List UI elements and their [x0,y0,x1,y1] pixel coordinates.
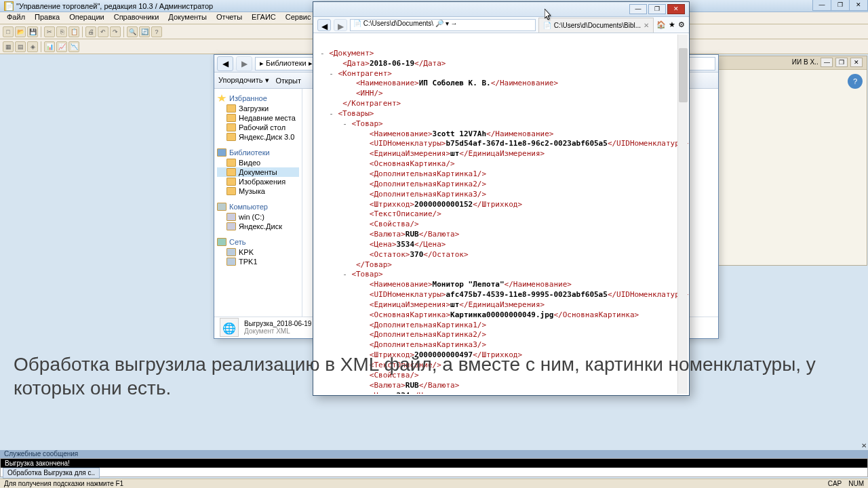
tb2-icon[interactable]: ▤ [15,41,26,52]
folder-icon [226,114,236,122]
scroll-thumb[interactable] [679,48,688,102]
ie-tab[interactable]: 📄C:\Users\d\Documents\Bibl...✕ [538,18,654,33]
tb2-icon[interactable]: ▦ [3,41,14,52]
ie-maximize-button[interactable]: ❐ [648,4,666,14]
app-icon: 📄 [4,1,14,11]
library-icon [217,148,226,157]
tb2-icon[interactable]: ◈ [27,41,38,52]
tb2-icon[interactable]: 📈 [56,41,67,52]
statusbar: Для получения подсказки нажмите F1 CAP N… [0,479,868,488]
doc-minimize-icon[interactable]: — [821,58,833,67]
menu-refs[interactable]: Справочники [110,12,163,24]
open-button[interactable]: Открыт [276,77,301,85]
xml-file-icon: 🌐 [220,318,239,337]
back-button[interactable]: ◀ [217,56,233,71]
xml-content: - <Документ> <Дата>2018-06-19</Дата> - <… [313,33,689,394]
computer-icon [217,203,226,211]
folder-icon [226,123,236,131]
tb-help-icon[interactable]: ? [151,26,162,37]
folder-icon [226,159,236,167]
tb-copy-icon[interactable]: ⎘ [56,26,67,37]
menu-reports[interactable]: Отчеты [212,12,246,24]
tb-new-icon[interactable]: □ [3,26,14,37]
app-title: "Управление торговлей", редакция 10.3 / … [16,2,213,10]
status-num: NUM [848,480,864,487]
folder-icon [226,187,236,195]
tb-paste-icon[interactable]: 📋 [68,26,79,37]
doc-close-icon[interactable]: ✕ [850,58,863,67]
file-icon: 📄 [353,20,361,27]
pc-icon [226,248,236,256]
minimize-button[interactable]: — [812,0,831,11]
tree-item-recent[interactable]: Недавние места [217,113,299,123]
svc-close-icon[interactable]: ✕ [861,442,867,449]
tree-network[interactable]: Сеть [217,237,299,247]
service-message: Выгрузка закончена! [1,459,867,468]
menu-docs[interactable]: Документы [164,12,211,24]
tb-open-icon[interactable]: 📂 [15,26,26,37]
tb-undo-icon[interactable]: ↶ [98,26,108,37]
pc-icon [226,258,236,266]
menu-egais[interactable]: ЕГАИС [248,12,280,24]
tree-favorites[interactable]: Избранное [217,93,299,104]
tab-close-icon[interactable]: ✕ [644,22,649,29]
tb-save-icon[interactable]: 💾 [27,26,38,37]
tree-item-c-drive[interactable]: win (C:) [217,212,299,222]
tree-item-yadisk[interactable]: Яндекс.Диск 3.0 [217,132,299,142]
forward-button[interactable]: ▶ [236,56,252,71]
ie-close-button[interactable]: ✕ [667,4,685,14]
ie-fav-icon[interactable]: ★ [669,20,675,29]
tree-item-video[interactable]: Видео [217,158,299,167]
network-icon [217,238,226,246]
tree-item-documents[interactable]: Документы [217,167,299,177]
doc-stub-title: ИИ В Х.. [792,58,818,66]
explorer-tree: Избранное Загрузки Недавние места Рабочи… [214,89,302,317]
ie-address-bar[interactable]: 📄 C:\Users\d\Documents\ 🔎 ▾ → [350,19,536,31]
tree-item-kpk[interactable]: KPK [217,247,299,257]
menu-service[interactable]: Сервис [281,12,315,24]
drive-icon [226,222,236,230]
menu-file[interactable]: Файл [3,12,29,24]
ie-scrollbar[interactable] [677,35,688,394]
ie-gear-icon[interactable]: ⚙ [678,20,685,29]
service-messages-panel: Выгрузка закончена! [0,458,868,477]
caption-text: Обработка выгрузила реализацию в XML фай… [14,352,854,400]
tb-refresh-icon[interactable]: 🔄 [139,26,150,37]
tb-find-icon[interactable]: 🔍 [127,26,138,37]
tb-print-icon[interactable]: 🖨 [85,26,96,37]
ie-minimize-button[interactable]: — [629,4,647,14]
folder-icon [226,133,236,141]
ie-home-icon[interactable]: 🏠 [656,20,666,29]
tree-item-yadisk2[interactable]: Яндекс.Диск [217,222,299,231]
help-icon[interactable]: ? [848,74,863,89]
folder-icon [226,104,236,113]
folder-icon [226,168,236,176]
status-hint: Для получения подсказки нажмите F1 [4,480,123,487]
tb-cut-icon[interactable]: ✂ [44,26,55,37]
tb-redo-icon[interactable]: ↷ [110,26,121,37]
tree-item-music[interactable]: Музыка [217,186,299,196]
menu-edit[interactable]: Правка [31,12,64,24]
tree-item-images[interactable]: Изображения [217,177,299,186]
maximize-button[interactable]: ❐ [831,0,850,11]
tree-computer[interactable]: Компьютер [217,201,299,212]
organize-button[interactable]: Упорядочить ▾ [218,76,269,85]
ie-titlebar[interactable]: — ❐ ✕ [313,2,689,17]
star-icon [217,94,226,102]
task-tab[interactable]: Обработка Выгрузка для с.. [3,468,100,479]
tree-item-tpk1[interactable]: TPK1 [217,257,299,266]
tree-item-desktop[interactable]: Рабочий стол [217,123,299,132]
ie-back-button[interactable]: ◀ [317,19,331,31]
drive-icon [226,213,236,221]
folder-icon [226,178,236,186]
status-cap: CAP [828,480,842,487]
ie-forward-button[interactable]: ▶ [334,19,347,31]
tb2-icon[interactable]: 📊 [44,41,55,52]
tb2-icon[interactable]: 📉 [68,41,79,52]
doc-maximize-icon[interactable]: ❐ [835,58,848,67]
menu-operations[interactable]: Операции [65,12,108,24]
tree-item-downloads[interactable]: Загрузки [217,104,299,113]
tree-libraries[interactable]: Библиотеки [217,147,299,158]
close-button[interactable]: ✕ [849,0,868,11]
file-icon: 📄 [543,22,551,29]
